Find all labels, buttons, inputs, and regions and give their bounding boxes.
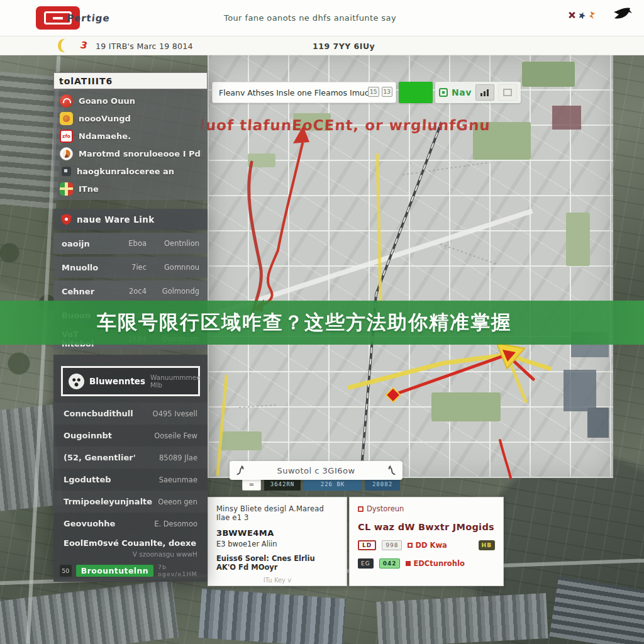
menu-item-label: haogkunraloceree an <box>77 167 174 176</box>
legend-row-1: LD 998 DD Kwa HB <box>358 540 495 550</box>
route-curve-icon-right[interactable] <box>385 464 397 477</box>
stat-value: Golmondg <box>147 287 199 296</box>
yellow-rose-icon <box>60 112 73 125</box>
legend-entry-red: DD Kwa <box>408 541 447 550</box>
panel-row-value: E. Desomoo <box>154 519 197 528</box>
sidebar-menu: Goano Ouun noooVungd zfo Ndamaehe. Marot… <box>53 89 208 200</box>
zfo-badge-icon: zfo <box>60 130 73 143</box>
legend-row-2: EG 042 EDCtunrohlo <box>358 558 495 569</box>
search-chip-1: 15 <box>368 87 379 97</box>
restriction-diamond-marker[interactable] <box>386 388 401 402</box>
panel-row-label: Geovuohhe <box>64 519 154 528</box>
stat-label: Cehner <box>62 287 111 296</box>
gift-icon <box>60 182 73 196</box>
legend-heading: CL waz dW Bwxtr JMogids <box>358 522 495 532</box>
legend-label: Dystoreun <box>367 504 404 513</box>
logo-dash-icon <box>53 17 63 19</box>
legend-badge-998: 998 <box>382 540 402 550</box>
map-toolbar: 15 13 Nav <box>212 82 521 103</box>
card-line: Euiss6 Sorel: Cnes Elrliu <box>216 554 338 563</box>
stat-label: Mnuollo <box>62 263 111 272</box>
panel-row[interactable]: (52, Genentlier' 85089 Jlae <box>53 447 208 469</box>
card-strong-line: 3BWWE4MA <box>216 528 338 538</box>
red-filled-square-icon <box>406 561 411 566</box>
panel-row-label: Lgodutteb <box>64 475 159 484</box>
legend-entry-red-2: EDCtunrohlo <box>406 559 464 568</box>
card-line: E3 bwoe1er Aliin <box>216 540 338 548</box>
sidebar-menu-item-1[interactable]: Goano Ouun <box>53 92 208 109</box>
sidebar-menu-item-6[interactable]: ITne <box>53 180 208 197</box>
subheader-right-text: 119 7YY 6IUy <box>313 42 375 51</box>
legend-badge-ld: LD <box>358 540 376 550</box>
red-outline-square-icon <box>408 543 413 548</box>
info-card-left: Minsy Bliete desigl A.Maread Ilae e1 3 3… <box>208 497 347 586</box>
legend-card-right: Dystoreun CL waz dW Bwxtr JMogids LD 998… <box>349 497 504 586</box>
panel-row[interactable]: Conncbudithull O495 Ivesell <box>53 402 208 425</box>
stat-label: oaoijn <box>62 239 111 248</box>
red-mark-icon: 3 <box>79 40 89 52</box>
footer-badge: 50 <box>60 565 72 577</box>
panel-row-value: Saeunmae <box>159 475 197 484</box>
card-title: Minsy Bliete desigl A.Maread Ilae e1 3 <box>216 504 338 522</box>
panel-footer: 50 Broountutelnn 7b ogev/e1HM <box>53 563 208 578</box>
legend-entry-text: EDCtunrohlo <box>413 559 464 568</box>
panel-row[interactable]: Trmipoeleyunjnalte Oeeon gen <box>53 491 208 513</box>
star-icon[interactable] <box>577 11 586 19</box>
header-tagline: Tour fane oanots ne dhfs anaitfunte say <box>224 13 396 23</box>
footer-green-chip[interactable]: Broountutelnn <box>76 565 153 577</box>
menu-item-label: Goano Ouun <box>79 96 135 106</box>
status-block-dark: 3642RN <box>264 478 301 491</box>
spark-icon[interactable] <box>589 11 595 19</box>
stats-row[interactable]: oaoijn Eboa Oentnlion <box>53 233 208 254</box>
app-window: 15 13 Nav <box>0 0 644 644</box>
legend-badge-042: 042 <box>379 558 401 569</box>
pie-circle-icon <box>60 147 73 160</box>
sidebar-menu-item-4[interactable]: Marotmd snoruloeooe I Pdleb. <box>53 145 208 162</box>
layers-tool-button[interactable] <box>498 84 517 101</box>
panel-note-secondary: V szoonasgu wwwH <box>53 548 208 562</box>
headline-banner: 车限号限行区域咋查？这些方法助你精准掌握 <box>0 301 644 345</box>
shield-icon <box>61 214 72 225</box>
sidebar-menu-item-2[interactable]: noooVungd <box>53 109 208 127</box>
stat-value: 2oc4 <box>111 287 147 296</box>
legend-square-icon <box>358 506 364 512</box>
sidebar-menu-item-3[interactable]: zfo Ndamaehe. <box>53 127 208 145</box>
nav-panel: Nav <box>435 82 521 103</box>
nav-button[interactable]: Nav <box>452 87 472 97</box>
scale-toggle-button[interactable]: = <box>242 478 261 491</box>
featured-label: Bluwenntes <box>89 376 145 386</box>
bird-icon[interactable] <box>611 6 633 25</box>
chart-tool-button[interactable] <box>475 84 494 101</box>
search-go-button[interactable] <box>399 82 433 103</box>
menu-item-label: noooVungd <box>79 114 131 123</box>
chart-icon <box>480 89 490 96</box>
x-mark-icon[interactable] <box>569 12 575 18</box>
panel-row[interactable]: Geovuohhe E. Desomoo <box>53 513 208 535</box>
subheader-date: 19 ITRB's Marc 19 8014 <box>96 42 193 51</box>
card-footer-hint: ITu Key v <box>216 577 338 584</box>
panel-row[interactable]: Lgodutteb Saeunmae <box>53 469 208 491</box>
panel-row-value: O495 Ivesell <box>153 409 197 418</box>
smiley-avatar-icon <box>69 374 84 389</box>
menu-item-label: ITne <box>79 184 99 194</box>
small-square-icon <box>62 167 71 176</box>
panel-row-value: Ooseile Few <box>154 431 197 440</box>
stats-row[interactable]: Mnuollo 7iec Gomnnou <box>53 257 208 278</box>
status-block-blue2: 28082 <box>365 478 400 491</box>
panel-row-label: Trmipoeleyunjnalte <box>64 497 158 506</box>
stat-value: 7iec <box>111 263 147 272</box>
brand-name: Pertige <box>66 13 105 24</box>
featured-row[interactable]: Bluwenntes Wanuummmee MIb <box>61 366 200 396</box>
railway-line <box>361 122 441 475</box>
legend-badge-eg: EG <box>358 558 374 569</box>
panel-row[interactable]: Ougoinnbt Ooseile Few <box>53 425 208 447</box>
sidebar-menu-item-5[interactable]: haogkunraloceree an <box>53 162 208 180</box>
card-line: AK'O Fd MOoyr <box>216 563 338 572</box>
header-icon-cluster <box>569 11 595 19</box>
route-curve-icon-left[interactable] <box>235 464 247 477</box>
headline-text: 车限号限行区域咋查？这些方法助你精准掌握 <box>97 309 512 336</box>
footer-right-text: 7b ogev/e1HM <box>158 564 201 577</box>
stats-row[interactable]: Cehner 2oc4 Golmondg <box>53 280 208 302</box>
route-summary-text: Suwotol c 3GI6ow <box>247 466 385 475</box>
panel-row-value: 85089 Jlae <box>159 453 197 462</box>
